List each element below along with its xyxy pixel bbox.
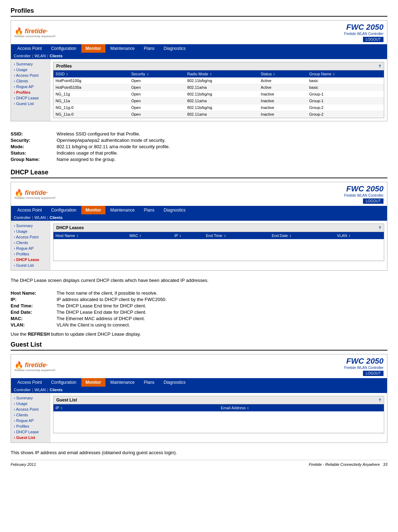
sidebar-usage[interactable]: Usage	[14, 67, 47, 73]
col-mac[interactable]: MAC ⇕	[127, 232, 172, 239]
col-security[interactable]: Security ⇕	[129, 70, 185, 77]
dhcp-sidebar-profiles[interactable]: Profiles	[14, 251, 47, 257]
guest-sidebar-access-point[interactable]: Access Point	[14, 406, 47, 412]
nav-maintenance[interactable]: Maintenance	[106, 44, 139, 53]
profiles-desc-security-label: Security:	[11, 138, 57, 143]
guest-nav-configuration[interactable]: Configuration	[47, 378, 80, 387]
nav-monitor[interactable]: Monitor	[81, 44, 105, 53]
dhcp-hostname-text: The host name of the client, if possible…	[57, 290, 387, 296]
guest-help-icon[interactable]: ?	[379, 398, 381, 402]
dhcp-bc-controller[interactable]: Controller	[14, 215, 31, 220]
dhcp-nav-maintenance[interactable]: Maintenance	[106, 206, 139, 214]
profiles-desc-mode-text: 802.11 b/bg/ng or 802.11 a/na mode for s…	[57, 144, 387, 149]
dhcp-title-text: DHCP Leases	[56, 225, 84, 230]
col-status[interactable]: Status ⇕	[259, 70, 307, 77]
dhcp-nav-configuration[interactable]: Configuration	[47, 206, 80, 214]
sidebar-guest-list[interactable]: Guest List	[14, 101, 47, 106]
dhcp-sidebar-access-point[interactable]: Access Point	[14, 234, 47, 240]
flame-icon: 🔥	[15, 27, 23, 35]
dhcp-mac-label: MAC:	[11, 316, 57, 321]
profiles-table: SSID ⇕ Security ⇕ Radio Mode ⇕ Status ⇕ …	[53, 70, 384, 118]
dhcp-help-icon[interactable]: ?	[379, 226, 381, 230]
sidebar-profiles[interactable]: Profiles	[14, 89, 47, 95]
col-guest-email[interactable]: Email Address ⇕	[219, 404, 384, 411]
col-end-date[interactable]: End Date ⇕	[270, 232, 335, 239]
guest-bc-sep2: |	[47, 388, 48, 392]
guest-logout-button[interactable]: LOGOUT	[363, 371, 383, 376]
profiles-desc-mode-label: Mode:	[11, 144, 57, 149]
guest-nav-monitor[interactable]: Monitor	[81, 378, 105, 387]
dhcp-desc-vlan: VLAN: VLAN the Client is using to connec…	[11, 322, 387, 328]
guest-nav-access-point[interactable]: Access Point	[13, 378, 46, 387]
guest-sidebar-profiles[interactable]: Profiles	[14, 423, 47, 429]
guest-sidebar-usage[interactable]: Usage	[14, 401, 47, 406]
dhcp-sidebar-clients[interactable]: Clients	[14, 240, 47, 245]
guest-sidebar-summary[interactable]: Summary	[14, 395, 47, 401]
dhcp-desc-block: Host Name: The host name of the client, …	[11, 287, 387, 331]
guest-sidebar-clients[interactable]: Clients	[14, 412, 47, 418]
guest-nav-maintenance[interactable]: Maintenance	[106, 378, 139, 387]
profiles-main-area: Profiles ? SSID ⇕ Security ⇕ Radio Mode …	[50, 59, 387, 121]
col-end-time[interactable]: End Time ⇕	[204, 232, 270, 239]
dhcp-nav-monitor[interactable]: Monitor	[81, 206, 105, 214]
bc-wlan[interactable]: WLAN	[35, 54, 46, 58]
nav-diagnostics[interactable]: Diagnostics	[160, 44, 190, 53]
tagline: Reliable connectivity anywhere®	[15, 35, 56, 38]
dhcp-sidebar-rogue-ap[interactable]: Rogue AP	[14, 245, 47, 251]
guest-bc-clients[interactable]: Clients	[50, 388, 63, 392]
guest-sidebar-guest[interactable]: Guest List	[14, 435, 47, 440]
guest-bc-sep1: |	[32, 388, 33, 392]
profiles-panel-header: 🔥 firetide· Reliable connectivity anywhe…	[11, 21, 387, 44]
profiles-desc-ssid-label: SSID:	[11, 131, 57, 137]
guest-bc-controller[interactable]: Controller	[14, 388, 31, 392]
dhcp-sidebar-dhcp[interactable]: DHCP Lease	[14, 257, 47, 262]
sidebar-clients[interactable]: Clients	[14, 78, 47, 84]
sidebar-access-point[interactable]: Access Point	[14, 73, 47, 78]
dhcp-sidebar-summary[interactable]: Summary	[14, 223, 47, 229]
bc-clients[interactable]: Clients	[50, 54, 63, 58]
dhcp-bc-wlan[interactable]: WLAN	[35, 215, 46, 220]
col-vlan[interactable]: VLAN ⇕	[335, 232, 384, 239]
nav-plans[interactable]: Plans	[139, 44, 158, 53]
guest-fwc-title-block: FWC 2050 Firetide WLAN Controller LOGOUT	[344, 357, 383, 376]
dhcp-breadcrumb: Controller | WLAN | Clients	[11, 214, 387, 221]
guest-nav-diagnostics[interactable]: Diagnostics	[160, 378, 190, 387]
col-radio-mode[interactable]: Radio Mode ⇕	[185, 70, 259, 77]
fwc-subtitle: Firetide WLAN Controller	[344, 32, 383, 36]
guest-nav-plans[interactable]: Plans	[139, 378, 158, 387]
dhcp-intro-para: The DHCP Lease screen displays current D…	[11, 277, 387, 284]
sidebar-rogue-ap[interactable]: Rogue AP	[14, 84, 47, 89]
col-host-name[interactable]: Host Name ⇕	[53, 232, 127, 239]
col-group-name[interactable]: Group Name ⇕	[307, 70, 384, 77]
guest-nav-bar: Access Point Configuration Monitor Maint…	[11, 378, 387, 387]
col-guest-ip[interactable]: IP ⇕	[53, 404, 219, 411]
dhcp-nav-plans[interactable]: Plans	[139, 206, 158, 214]
sidebar-dhcp-lease[interactable]: DHCP Lease	[14, 95, 47, 101]
guest-bc-wlan[interactable]: WLAN	[35, 388, 46, 392]
fwc-number: FWC 2050	[344, 23, 383, 32]
dhcp-firetide-logo: 🔥 firetide· Reliable connectivity anywhe…	[15, 189, 56, 200]
dhcp-sidebar-guest[interactable]: Guest List	[14, 262, 47, 268]
profiles-desc-status: Status: Indicates usage of that profile.	[11, 150, 387, 156]
profiles-help-icon[interactable]: ?	[379, 64, 381, 68]
guest-sidebar-rogue-ap[interactable]: Rogue AP	[14, 418, 47, 423]
dhcp-logout-button[interactable]: LOGOUT	[363, 198, 383, 204]
guest-sidebar-dhcp[interactable]: DHCP Lease	[14, 429, 47, 435]
logout-button[interactable]: LOGOUT	[363, 37, 383, 42]
dhcp-nav-access-point[interactable]: Access Point	[13, 206, 46, 214]
nav-access-point[interactable]: Access Point	[13, 44, 46, 53]
dhcp-enddate-label: End Date:	[11, 310, 57, 315]
sidebar-summary[interactable]: Summary	[14, 61, 47, 67]
dhcp-nav-diagnostics[interactable]: Diagnostics	[160, 206, 190, 214]
dhcp-desc-endtime: End Time: The DHCP Lease End time for DH…	[11, 303, 387, 308]
dhcp-bc-clients[interactable]: Clients	[50, 215, 63, 220]
bc-controller[interactable]: Controller	[14, 54, 31, 58]
dhcp-sidebar-usage[interactable]: Usage	[14, 229, 47, 234]
col-ip[interactable]: IP ⇕	[172, 232, 204, 239]
nav-configuration[interactable]: Configuration	[47, 44, 80, 53]
footer-left: February 2011	[11, 462, 36, 467]
profiles-panel: 🔥 firetide· Reliable connectivity anywhe…	[11, 20, 387, 121]
profiles-desc-group: Group Name: Name assigned to the group.	[11, 157, 387, 162]
col-ssid[interactable]: SSID ⇕	[53, 70, 129, 77]
dhcp-sidebar: Summary Usage Access Point Clients Rogue…	[11, 221, 50, 270]
